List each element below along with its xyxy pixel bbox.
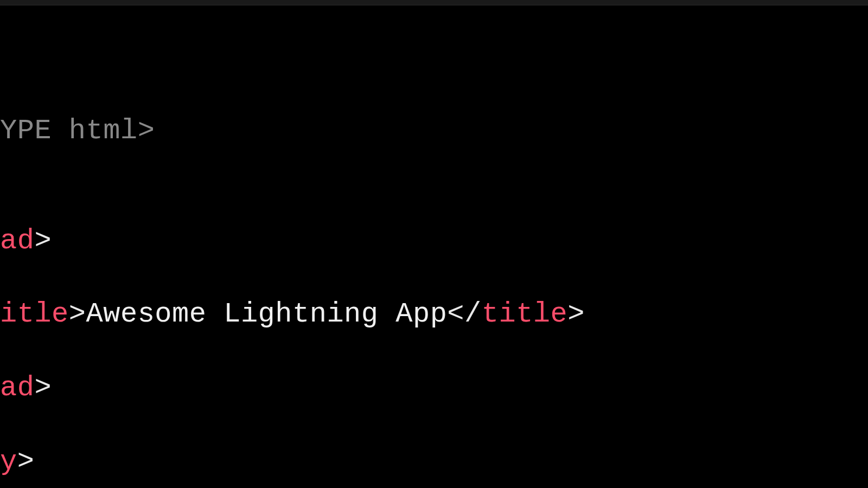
angle-bracket: > xyxy=(17,446,35,478)
angle-bracket: > xyxy=(69,298,86,330)
code-line-1: YPE html> xyxy=(0,113,868,150)
angle-bracket: </ xyxy=(447,298,481,330)
title-bar xyxy=(0,0,868,5)
angle-bracket: > xyxy=(34,225,52,257)
code-editor[interactable]: YPE html> ad> itle>Awesome Lightning App… xyxy=(0,5,868,488)
doctype-fragment: YPE html> xyxy=(0,115,155,147)
code-line-3: ad> xyxy=(0,223,868,260)
head-close-tag: ad xyxy=(0,372,34,404)
head-open-tag: ad xyxy=(0,225,34,257)
title-open-tag: itle xyxy=(0,298,69,330)
angle-bracket: > xyxy=(567,298,585,330)
code-line-4: itle>Awesome Lightning App</title> xyxy=(0,296,868,333)
code-line-5: ad> xyxy=(0,370,868,407)
title-close-tag: title xyxy=(482,298,568,330)
title-text: Awesome Lightning App xyxy=(86,298,448,330)
angle-bracket: > xyxy=(34,372,52,404)
code-line-6: y> xyxy=(0,444,868,480)
body-open-tag: y xyxy=(0,446,17,478)
